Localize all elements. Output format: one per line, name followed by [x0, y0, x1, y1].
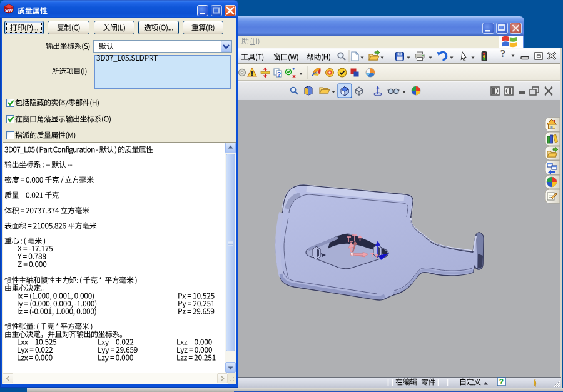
svg-text:SW: SW [5, 8, 13, 13]
svg-text:?: ? [500, 48, 506, 59]
svg-text:?: ? [277, 71, 281, 78]
svg-text:?: ? [499, 378, 504, 386]
